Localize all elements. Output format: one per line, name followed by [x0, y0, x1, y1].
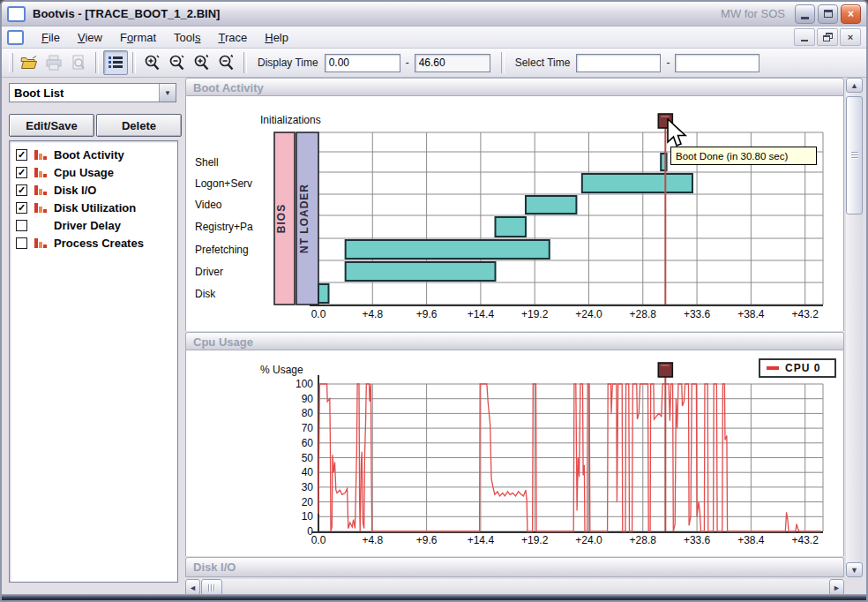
- display-time-to-input[interactable]: [415, 54, 490, 72]
- svg-text:30: 30: [302, 481, 314, 493]
- gantt-bar-disk[interactable]: [318, 284, 328, 303]
- checkbox-disk-utilization[interactable]: ✓: [16, 202, 27, 214]
- bootvis-window: Bootvis - [TRACE_BOOT_1_2.BIN] MW for SO…: [0, 0, 868, 602]
- maximize-button[interactable]: [818, 4, 838, 24]
- svg-text:10: 10: [302, 510, 314, 523]
- checkbox-boot-activity[interactable]: ✓: [16, 149, 27, 161]
- edit-save-button[interactable]: Edit/Save: [9, 114, 94, 137]
- gantt-bar-video[interactable]: [526, 196, 576, 214]
- print-preview-button[interactable]: [66, 50, 91, 75]
- list-item-label: Process Creates: [54, 237, 144, 250]
- menu-item-view[interactable]: View: [69, 28, 111, 47]
- list-item-label: Driver Delay: [54, 219, 121, 232]
- child-minimize-icon: [801, 40, 808, 41]
- combobox-dropdown-button[interactable]: ▼: [159, 84, 176, 102]
- scroll-up-button[interactable]: ▲: [846, 78, 863, 93]
- child-minimize-button[interactable]: [794, 28, 815, 46]
- gantt-bar-registry-pa[interactable]: [495, 217, 525, 237]
- minimize-button[interactable]: [795, 4, 815, 24]
- open-folder-icon: [20, 55, 38, 71]
- open-file-button[interactable]: [17, 50, 41, 75]
- list-item-disk-i-o[interactable]: ✓Disk I/O: [10, 181, 177, 199]
- close-button[interactable]: ×: [841, 4, 861, 24]
- svg-text:+4.8: +4.8: [362, 534, 383, 546]
- svg-text:NT LOADER: NT LOADER: [298, 184, 311, 253]
- boot-list[interactable]: ✓Boot Activity✓Cpu Usage✓Disk I/O✓Disk U…: [9, 140, 178, 583]
- arrow-right-icon: ►: [833, 583, 841, 592]
- edit-save-label: Edit/Save: [26, 119, 78, 132]
- menu-item-trace[interactable]: Trace: [209, 28, 256, 47]
- gantt-bar-driver[interactable]: [346, 262, 496, 281]
- toolbar-separator: [501, 52, 505, 73]
- boot-chart-svg[interactable]: 0.0+4.8+9.6+14.4+19.2+24.0+28.8+33.6+38.…: [186, 96, 845, 331]
- checkbox-driver-delay[interactable]: [16, 220, 27, 231]
- svg-text:Initializations: Initializations: [260, 114, 321, 126]
- svg-text:+24.0: +24.0: [575, 308, 602, 320]
- menu-items: FileViewFormatToolsTraceHelp: [33, 28, 297, 47]
- checkbox-cpu-usage[interactable]: ✓: [16, 167, 27, 178]
- toolbar-separator: [243, 52, 247, 73]
- vertical-scroll-thumb[interactable]: [846, 96, 863, 214]
- menu-item-file[interactable]: File: [33, 28, 69, 47]
- svg-text:+38.4: +38.4: [737, 534, 765, 546]
- list-item-cpu-usage[interactable]: ✓Cpu Usage: [10, 163, 177, 181]
- cpu-usage-chart[interactable]: 01020304050607080901000.0+4.8+9.6+14.4+1…: [185, 350, 844, 556]
- boot-activity-title: Boot Activity: [193, 81, 264, 94]
- svg-text:Logon+Serv: Logon+Serv: [195, 177, 252, 190]
- close-icon: ×: [848, 8, 854, 20]
- checkbox-process-creates[interactable]: [16, 237, 27, 249]
- list-item-driver-delay[interactable]: Driver Delay: [10, 216, 177, 234]
- child-close-icon: ×: [848, 32, 853, 42]
- cpu-chart-svg[interactable]: 01020304050607080901000.0+4.8+9.6+14.4+1…: [186, 350, 845, 556]
- zoom-out-time-icon: [168, 54, 187, 71]
- svg-text:100: 100: [296, 378, 313, 390]
- svg-text:+28.8: +28.8: [630, 308, 657, 320]
- print-button[interactable]: [41, 50, 66, 75]
- zoom-out-scale-icon: [217, 54, 236, 71]
- svg-text:+19.2: +19.2: [521, 308, 549, 320]
- child-restore-button[interactable]: [817, 28, 838, 46]
- toolbar: Display Time - Select Time -: [2, 49, 866, 78]
- gantt-bar-prefetching[interactable]: [346, 240, 550, 259]
- svg-text:% Usage: % Usage: [260, 364, 303, 376]
- list-item-label: Boot Activity: [54, 148, 124, 162]
- select-time-to-input[interactable]: [675, 54, 760, 72]
- svg-text:+14.4: +14.4: [468, 308, 495, 320]
- boot-list-combobox-value: Boot List: [10, 87, 159, 100]
- maximize-icon: [824, 10, 833, 18]
- child-close-button[interactable]: ×: [840, 28, 861, 46]
- toolbar-grip[interactable]: [9, 53, 13, 72]
- scroll-down-button[interactable]: ▼: [846, 562, 863, 577]
- boot-list-combobox[interactable]: Boot List ▼: [9, 83, 176, 102]
- zoom-out-time-button[interactable]: [165, 50, 190, 75]
- menu-item-help[interactable]: Help: [256, 28, 297, 47]
- thumb-grip: [208, 584, 216, 591]
- zoom-in-time-button[interactable]: [140, 50, 165, 75]
- checkbox-disk-i-o[interactable]: ✓: [16, 184, 27, 196]
- vertical-scrollbar[interactable]: ▲ ▼: [846, 78, 863, 577]
- list-item-boot-activity[interactable]: ✓Boot Activity: [10, 146, 177, 163]
- menu-item-format[interactable]: Format: [111, 28, 165, 47]
- bar-chart-icon: [34, 184, 48, 196]
- boot-done-tooltip-text: Boot Done (in 30.80 sec): [676, 151, 788, 162]
- svg-text:90: 90: [302, 393, 314, 405]
- list-view-button[interactable]: [103, 50, 128, 75]
- menu-bar: FileViewFormatToolsTraceHelp ×: [2, 26, 866, 49]
- display-time-dash: -: [406, 56, 409, 69]
- zoom-in-time-icon: [143, 54, 162, 71]
- svg-text:+43.2: +43.2: [791, 308, 819, 320]
- bar-chart-icon: [34, 148, 48, 161]
- display-time-from-input[interactable]: [325, 54, 400, 72]
- gantt-bar-logon-serv[interactable]: [582, 174, 692, 192]
- list-item-process-creates[interactable]: Process Creates: [10, 234, 177, 252]
- select-time-label: Select Time: [515, 56, 571, 69]
- select-time-from-input[interactable]: [576, 54, 661, 72]
- zoom-out-scale-button[interactable]: [214, 50, 239, 75]
- list-item-disk-utilization[interactable]: ✓Disk Utilization: [10, 199, 177, 216]
- menu-item-tools[interactable]: Tools: [165, 28, 209, 47]
- zoom-in-scale-button[interactable]: [190, 50, 214, 75]
- list-view-icon: [108, 56, 123, 70]
- boot-activity-chart[interactable]: 0.0+4.8+9.6+14.4+19.2+24.0+28.8+33.6+38.…: [185, 96, 844, 331]
- delete-button[interactable]: Delete: [96, 114, 182, 137]
- bar-chart-icon: [34, 237, 48, 249]
